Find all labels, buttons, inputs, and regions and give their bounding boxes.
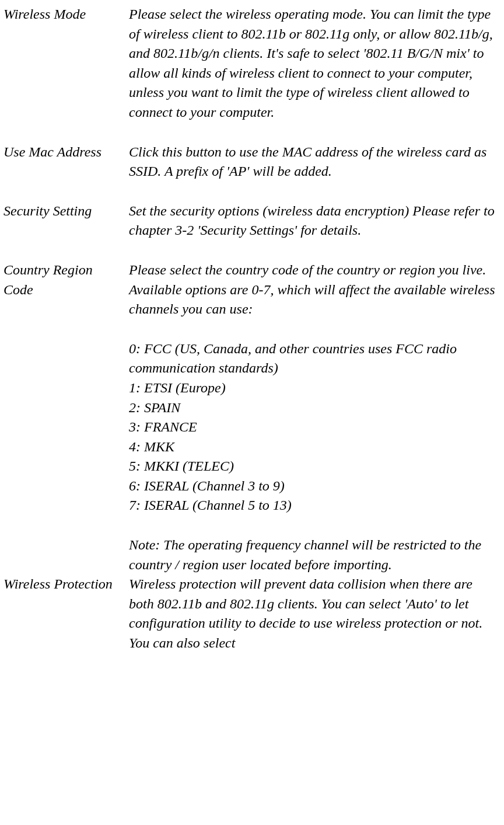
spacer <box>4 241 501 260</box>
spacer <box>4 123 501 142</box>
country-code-3: 3: FRANCE <box>129 417 501 437</box>
country-code-4: 4: MKK <box>129 437 501 457</box>
desc-use-mac-address: Click this button to use the MAC address… <box>129 142 501 182</box>
row-use-mac-address: Use Mac Address Click this button to use… <box>4 142 501 182</box>
desc-wireless-mode: Please select the wireless operating mod… <box>129 5 501 123</box>
label-use-mac-address: Use Mac Address <box>4 142 129 162</box>
row-wireless-mode: Wireless Mode Please select the wireless… <box>4 5 501 123</box>
desc-country-region-code: Please select the country code of the co… <box>129 260 501 575</box>
country-code-5: 5: MKKI (TELEC) <box>129 457 501 476</box>
country-code-0: 0: FCC (US, Canada, and other countries … <box>129 339 501 378</box>
label-country-region-code: Country Region Code <box>4 260 129 300</box>
row-security-setting: Security Setting Set the security option… <box>4 201 501 241</box>
spacer <box>4 182 501 201</box>
desc-wireless-protection: Wireless protection will prevent data co… <box>129 575 501 653</box>
row-country-region-code: Country Region Code Please select the co… <box>4 260 501 575</box>
country-intro: Please select the country code of the co… <box>129 260 501 319</box>
country-code-7: 7: ISERAL (Channel 5 to 13) <box>129 496 501 516</box>
country-code-2: 2: SPAIN <box>129 398 501 418</box>
label-wireless-mode: Wireless Mode <box>4 5 129 25</box>
label-wireless-protection: Wireless Protection <box>4 575 129 594</box>
spacer <box>129 516 501 535</box>
row-wireless-protection: Wireless Protection Wireless protection … <box>4 575 501 653</box>
spacer <box>129 319 501 339</box>
country-note: Note: The operating frequency channel wi… <box>129 535 501 575</box>
country-code-1: 1: ETSI (Europe) <box>129 378 501 398</box>
document-page: Wireless Mode Please select the wireless… <box>0 0 504 658</box>
country-code-6: 6: ISERAL (Channel 3 to 9) <box>129 476 501 496</box>
desc-security-setting: Set the security options (wireless data … <box>129 201 501 241</box>
label-security-setting: Security Setting <box>4 201 129 221</box>
